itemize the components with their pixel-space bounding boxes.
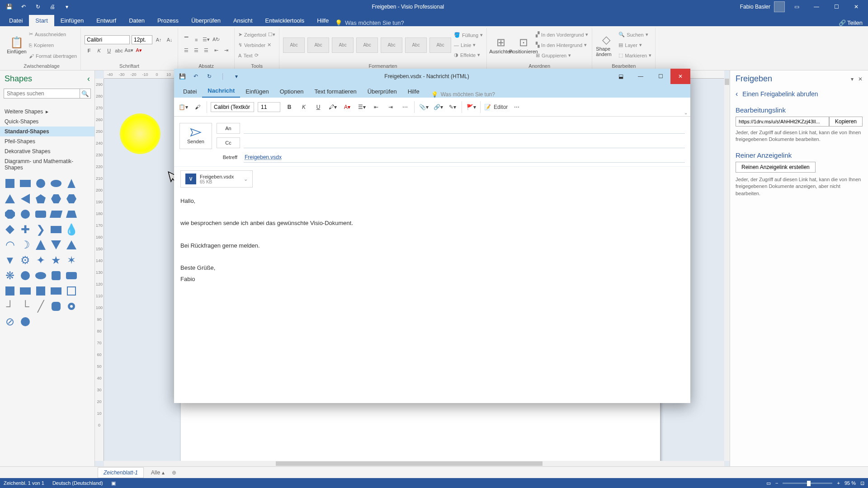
create-view-link-button[interactable]: Reinen Anzeigelink erstellen <box>736 162 816 173</box>
ol-minimize-icon[interactable]: — <box>631 69 651 84</box>
select-button[interactable]: ⬚ Markieren ▾ <box>618 51 651 60</box>
ol-flag-icon[interactable]: 🚩▾ <box>466 102 476 113</box>
layer-button[interactable]: ▤ Layer ▾ <box>618 41 651 50</box>
bullets-icon[interactable]: ☰▾ <box>202 35 211 44</box>
shape-star7[interactable]: ❋ <box>4 269 16 282</box>
zoom-out-icon[interactable]: − <box>775 480 778 486</box>
shape-rounded-sq-2[interactable] <box>34 269 47 282</box>
share-back-link[interactable]: ‹ Einen Freigabelink abrufen <box>736 90 863 98</box>
fill-button[interactable]: 🪣 Füllung ▾ <box>454 31 483 40</box>
style-swatch-1[interactable]: Abc <box>283 38 305 53</box>
shape-hexagon[interactable] <box>50 192 62 205</box>
tab-start[interactable]: Start <box>29 15 54 26</box>
font-color-icon[interactable]: A▾ <box>134 46 143 55</box>
group-button[interactable]: ⊞ Gruppieren ▾ <box>536 51 588 60</box>
tab-prozess[interactable]: Prozess <box>151 15 185 26</box>
horizontal-scrollbar[interactable] <box>104 461 724 466</box>
copy-button[interactable]: ⎘ Kopieren <box>29 41 77 50</box>
shape-triangle[interactable] <box>4 192 16 205</box>
ol-outdent-icon[interactable]: ⇤ <box>371 102 382 113</box>
shape-ellipse[interactable] <box>50 177 62 190</box>
ol-bold-icon[interactable]: B <box>284 102 295 113</box>
ol-format-painter-icon[interactable]: 🖌 <box>192 102 203 113</box>
align-top-icon[interactable]: ▔ <box>182 35 191 44</box>
ol-tab-einfuegen[interactable]: Einfügen <box>240 85 274 98</box>
shape-heptagon[interactable] <box>65 192 78 205</box>
ol-message-body[interactable]: Hallo, wie besprochen sende ich anbei da… <box>174 191 690 403</box>
shape-shadow-sq[interactable] <box>4 285 16 297</box>
shape-shadow-tri[interactable] <box>65 239 78 251</box>
ol-redo-icon[interactable]: ↻ <box>203 70 216 83</box>
case-icon[interactable]: Aa▾ <box>124 46 133 55</box>
shape-star6[interactable]: ✶ <box>65 254 78 267</box>
shape-funnel[interactable]: ▼ <box>4 254 16 267</box>
share-button[interactable]: 🔗 Teilen <box>839 19 863 26</box>
align-right-icon[interactable]: ☰ <box>202 46 211 55</box>
ol-close-icon[interactable]: ✕ <box>670 69 690 84</box>
tab-ueberpruefen[interactable]: Überprüfen <box>185 15 227 26</box>
shape-rounded-sq-1[interactable] <box>19 269 32 282</box>
fit-page-icon[interactable]: ⊡ <box>860 480 864 486</box>
ol-signature-icon[interactable]: ✎▾ <box>447 102 458 113</box>
shape-small-circle[interactable] <box>19 315 32 328</box>
more-shapes-item[interactable]: Weitere Shapes ▸ <box>0 107 94 117</box>
ol-ribbon-collapse-icon[interactable]: ⌄ <box>684 110 688 115</box>
close-icon[interactable]: ✕ <box>848 0 864 14</box>
shape-frame-1[interactable] <box>65 285 78 297</box>
ol-size-select[interactable] <box>258 102 280 112</box>
shapes-category-decorative[interactable]: Dekorative Shapes <box>0 146 94 156</box>
vertical-scrollbar[interactable] <box>724 79 730 461</box>
zoom-in-icon[interactable]: + <box>837 480 840 486</box>
align-center-icon[interactable]: ☰ <box>192 46 201 55</box>
new-sheet-button[interactable]: ⊕ <box>172 469 176 476</box>
paste-button[interactable]: 📋 Einfügen <box>6 30 27 61</box>
shape-left-triangle[interactable] <box>19 192 32 205</box>
tab-entwicklertools[interactable]: Entwicklertools <box>259 15 311 26</box>
shape-octagon[interactable] <box>4 208 16 221</box>
line-button[interactable]: — Linie ▾ <box>454 41 483 50</box>
ol-italic-icon[interactable]: K <box>298 102 309 113</box>
shape-bracket[interactable]: └ <box>19 300 32 313</box>
find-button[interactable]: 🔍 Suchen ▾ <box>618 30 651 39</box>
shape-star5[interactable]: ★ <box>50 254 62 267</box>
ol-highlight-icon[interactable]: 🖍▾ <box>327 102 338 113</box>
shape-3d-box-1[interactable] <box>34 285 47 297</box>
position-button[interactable]: ⊡Positionieren <box>513 30 534 61</box>
ol-more-formatting-icon[interactable]: ⋯ <box>400 102 410 113</box>
tab-ansicht[interactable]: Ansicht <box>227 15 259 26</box>
tab-einfuegen[interactable]: Einfügen <box>54 15 90 26</box>
shape-frame-2[interactable]: ┘ <box>4 300 16 313</box>
ribbon-display-options-icon[interactable]: ▭ <box>788 0 805 14</box>
ol-tab-hilfe[interactable]: Hilfe <box>402 85 425 98</box>
shape-cone[interactable] <box>34 239 47 251</box>
ol-underline-icon[interactable]: U <box>313 102 324 113</box>
ol-attachment-dropdown-icon[interactable]: ⌄ <box>244 176 248 182</box>
qat-save[interactable]: 💾 <box>4 1 14 12</box>
tab-hilfe[interactable]: Hilfe <box>311 15 335 26</box>
ol-attach-icon[interactable]: 📎▾ <box>418 102 429 113</box>
ol-tab-nachricht[interactable]: Nachricht <box>202 84 240 98</box>
ol-send-button[interactable]: Senden <box>179 123 212 149</box>
font-name-select[interactable] <box>85 35 130 44</box>
share-pane-dropdown-icon[interactable]: ▾ <box>851 76 854 82</box>
underline-icon[interactable]: U <box>104 46 113 55</box>
ol-more-commands-icon[interactable]: ⋯ <box>511 102 522 113</box>
italic-icon[interactable]: K <box>94 46 104 55</box>
shape-round-corner[interactable] <box>50 300 62 313</box>
shape-pointer-down[interactable] <box>50 239 62 251</box>
shape-star4[interactable]: ✦ <box>34 254 47 267</box>
shape-circle[interactable] <box>34 177 47 190</box>
ol-maximize-icon[interactable]: ☐ <box>651 69 670 84</box>
text-tool[interactable]: A Text ⟳ <box>238 51 275 60</box>
ol-tab-ueberpruefen[interactable]: Überprüfen <box>362 85 402 98</box>
orientation-icon[interactable]: A↻ <box>212 35 221 44</box>
ol-bullets-icon[interactable]: ☰▾ <box>356 102 367 113</box>
share-pane-close-icon[interactable]: ✕ <box>858 76 863 82</box>
align-left-icon[interactable]: ☰ <box>182 46 191 55</box>
ol-font-select[interactable] <box>211 102 254 112</box>
style-swatch-4[interactable]: Abc <box>356 38 378 53</box>
tab-entwurf[interactable]: Entwurf <box>90 15 123 26</box>
style-swatch-5[interactable]: Abc <box>381 38 402 53</box>
ol-tab-text[interactable]: Text formatieren <box>309 85 362 98</box>
connector-tool[interactable]: ↯ Verbinder ✕ <box>238 41 275 50</box>
